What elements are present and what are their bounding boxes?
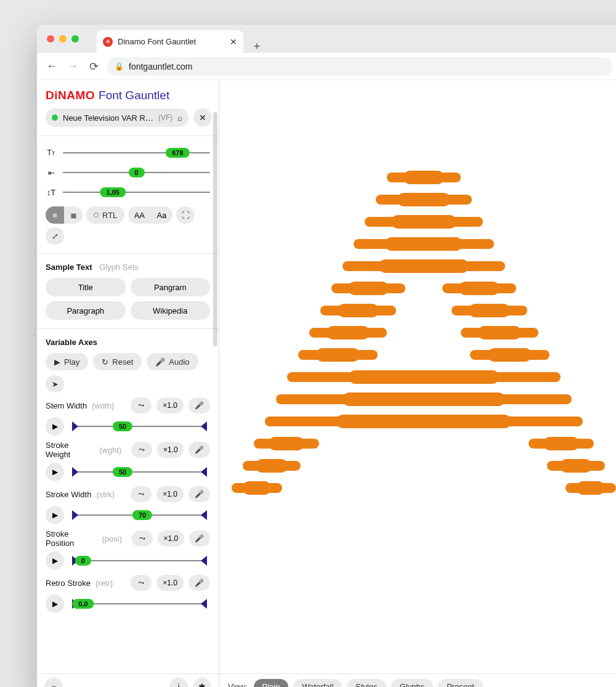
axis-value[interactable]: 50 (113, 421, 132, 431)
speed-button[interactable]: ×1.0 (156, 397, 184, 413)
sidebar-scroll[interactable]: DiNAMO Font Gauntlet Neue Television VAR… (37, 80, 219, 673)
axis-name: Retro Stroke (46, 579, 91, 588)
align-left-button[interactable]: ≡ (46, 206, 64, 224)
axis-slider[interactable]: 0 (69, 553, 210, 568)
font-selector[interactable]: Neue Television VAR R… (VF) ⌕ (46, 108, 188, 127)
rtl-label: RTL (102, 211, 117, 220)
fullscreen-button[interactable]: ⤢ (46, 227, 64, 245)
axis-slider[interactable]: 50 (69, 419, 210, 434)
size-icon: TT (46, 148, 57, 157)
axis-value[interactable]: 70 (132, 510, 152, 520)
axis-slider[interactable]: 70 (69, 508, 210, 522)
speed-button[interactable]: ×1.0 (158, 530, 184, 547)
close-window-button[interactable] (47, 35, 54, 43)
axis-slider[interactable]: 50 (69, 465, 210, 479)
view-glyphs-button[interactable]: Glyphs (391, 679, 433, 688)
sample-paragraph-button[interactable]: Paragraph (46, 301, 126, 320)
speed-button[interactable]: ×1.0 (157, 442, 184, 458)
range-end-handle[interactable] (201, 421, 207, 431)
reset-button[interactable]: ↻ Reset (93, 353, 142, 370)
mic-button[interactable]: 🎤 (188, 575, 210, 591)
curve-button[interactable]: ⤳ (132, 530, 153, 547)
size-value[interactable]: 678 (166, 148, 189, 158)
speed-button[interactable]: ×1.0 (156, 575, 184, 591)
font-vf-badge: (VF) (158, 113, 172, 122)
axis-tag: (strk) (96, 490, 115, 499)
view-waterfall-button[interactable]: Waterfall (293, 679, 342, 688)
mixedcase-button[interactable]: Aa (150, 206, 172, 224)
range-start-handle[interactable] (72, 467, 78, 477)
collapse-sidebar-button[interactable]: « (44, 678, 63, 688)
align-center-button[interactable]: ≣ (64, 206, 83, 224)
url-bar: ← → ⟳ 🔒 fontgauntlet.com (37, 53, 616, 80)
range-start-handle[interactable] (72, 421, 78, 431)
mic-button[interactable]: 🎤 (188, 442, 210, 458)
view-present-button[interactable]: Present (438, 679, 483, 688)
curve-button[interactable]: ⤳ (131, 486, 152, 502)
lineheight-slider[interactable]: 1,05 (63, 192, 210, 193)
range-start-handle[interactable] (72, 510, 78, 520)
curve-button[interactable]: ⤳ (131, 442, 152, 458)
lineheight-slider-row: ↕T 1,05 (46, 184, 210, 200)
view-label: View: (228, 682, 248, 687)
range-end-handle[interactable] (201, 556, 207, 566)
curve-button[interactable]: ⤳ (131, 397, 152, 413)
audio-button[interactable]: 🎤 Audio (147, 353, 198, 370)
axis-retr: Retro Stroke (retr) ⤳ ×1.0 🎤 ▶ 0,0 (46, 575, 210, 613)
address-bar[interactable]: 🔒 fontgauntlet.com (107, 57, 612, 76)
lineheight-value[interactable]: 1,05 (100, 187, 126, 197)
search-icon[interactable]: ⌕ (177, 113, 182, 123)
axis-value[interactable]: 0,0 (72, 599, 94, 609)
range-end-handle[interactable] (201, 599, 207, 609)
remove-font-button[interactable]: ✕ (193, 108, 212, 127)
sample-text-title: Sample Text (46, 262, 92, 272)
info-button[interactable]: i (169, 678, 188, 688)
variable-axes-title: Variable Axes (46, 338, 210, 347)
size-slider-row: TT 678 (46, 145, 210, 161)
focus-button[interactable]: ⛶ (176, 206, 195, 224)
axis-play-button[interactable]: ▶ (46, 595, 64, 613)
rtl-dot-icon (94, 213, 99, 217)
rtl-toggle[interactable]: RTL (86, 206, 124, 224)
sample-pangram-button[interactable]: Pangram (131, 278, 211, 296)
reload-button[interactable]: ⟳ (86, 59, 101, 74)
close-tab-button[interactable]: ✕ (230, 37, 237, 47)
new-tab-button[interactable]: ＋ (251, 38, 262, 53)
settings-button[interactable]: ✱ (193, 678, 211, 688)
axis-play-button[interactable]: ▶ (46, 506, 64, 524)
tracking-slider-row: ⇤ 0 (46, 165, 210, 181)
uppercase-button[interactable]: AA (128, 206, 150, 224)
brand-logo: DiNAMO (46, 89, 95, 102)
range-end-handle[interactable] (201, 467, 207, 477)
mic-button[interactable]: 🎤 (188, 397, 210, 413)
maximize-window-button[interactable] (71, 35, 79, 43)
sample-text-buttons: Title Pangram Paragraph Wikipedia (46, 278, 210, 320)
axis-slider[interactable]: 0,0 (69, 596, 210, 611)
mic-button[interactable]: 🎤 (188, 486, 210, 502)
view-plain-button[interactable]: Plain (254, 679, 289, 688)
preview-canvas[interactable] (219, 80, 616, 673)
sample-title-button[interactable]: Title (46, 278, 126, 296)
view-footer: View: PlainWaterfallStylesGlyphsPresent (219, 673, 616, 687)
back-button[interactable]: ← (44, 59, 59, 74)
minimize-window-button[interactable] (59, 35, 67, 43)
sample-wikipedia-button[interactable]: Wikipedia (131, 301, 211, 320)
speed-button[interactable]: ×1.0 (156, 486, 184, 502)
target-button[interactable]: ➤ (46, 375, 64, 392)
axis-play-button[interactable]: ▶ (46, 463, 64, 481)
tracking-slider[interactable]: 0 (63, 172, 210, 173)
size-slider[interactable]: 678 (63, 152, 210, 153)
axis-value[interactable]: 50 (113, 467, 132, 477)
range-end-handle[interactable] (201, 510, 207, 520)
tracking-value[interactable]: 0 (128, 168, 144, 177)
axis-play-button[interactable]: ▶ (46, 551, 64, 570)
curve-button[interactable]: ⤳ (131, 575, 152, 591)
axis-play-button[interactable]: ▶ (46, 417, 64, 436)
browser-tab[interactable]: ✳ Dinamo Font Gauntlet ✕ (96, 30, 244, 53)
view-styles-button[interactable]: Styles (347, 679, 386, 688)
forward-button[interactable]: → (65, 59, 80, 74)
axis-value[interactable]: 0 (75, 556, 91, 566)
glyph-sets-tab[interactable]: Glyph Sets (99, 262, 139, 272)
play-all-button[interactable]: ▶ Play (46, 353, 88, 370)
mic-button[interactable]: 🎤 (189, 530, 210, 547)
